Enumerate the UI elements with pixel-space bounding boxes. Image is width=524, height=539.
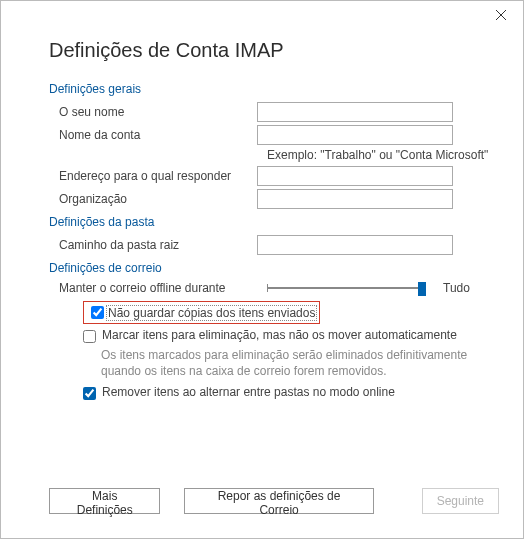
section-header-general: Definições gerais [49, 82, 499, 96]
row-organization: Organização [49, 189, 499, 209]
label-reply-to: Endereço para o qual responder [49, 169, 257, 183]
dialog-title: Definições de Conta IMAP [49, 39, 523, 62]
label-root-path: Caminho da pasta raiz [49, 238, 257, 252]
helper-mark-for-deletion: Os itens marcados para eliminação serão … [101, 347, 499, 379]
button-row: Mais Definições Repor as definições de C… [49, 488, 499, 514]
label-dont-save-sent[interactable]: Não guardar cópias dos itens enviados [107, 306, 316, 320]
label-remove-on-switch[interactable]: Remover itens ao alternar entre pastas n… [102, 385, 395, 399]
row-account-name: Nome da conta [49, 125, 499, 145]
label-account-name: Nome da conta [49, 128, 257, 142]
reset-mail-settings-button[interactable]: Repor as definições de Correio [184, 488, 373, 514]
row-keep-offline: Manter o correio offline durante Tudo [49, 281, 499, 295]
row-reply-to: Endereço para o qual responder [49, 166, 499, 186]
slider-value-text: Tudo [443, 281, 470, 295]
titlebar [1, 1, 523, 33]
row-remove-on-switch: Remover itens ao alternar entre pastas n… [83, 385, 499, 400]
input-your-name[interactable] [257, 102, 453, 122]
label-mark-for-deletion[interactable]: Marcar itens para eliminação, mas não os… [102, 328, 457, 342]
input-account-name[interactable] [257, 125, 453, 145]
section-header-mail: Definições de correio [49, 261, 499, 275]
label-your-name: O seu nome [49, 105, 257, 119]
input-root-path[interactable] [257, 235, 453, 255]
more-settings-button[interactable]: Mais Definições [49, 488, 160, 514]
row-root-path: Caminho da pasta raiz [49, 235, 499, 255]
checkbox-mark-for-deletion[interactable] [83, 330, 96, 343]
label-keep-offline: Manter o correio offline durante [49, 281, 267, 295]
checkbox-dont-save-sent[interactable] [91, 306, 104, 319]
slider-thumb[interactable] [418, 282, 426, 296]
content-area: Definições gerais O seu nome Nome da con… [1, 82, 523, 400]
account-name-example: Exemplo: "Trabalho" ou "Conta Microsoft" [267, 148, 499, 162]
highlight-dont-save-sent: Não guardar cópias dos itens enviados [83, 301, 320, 324]
input-reply-to[interactable] [257, 166, 453, 186]
slider-tick-left [267, 284, 268, 292]
slider-track-line [267, 287, 425, 289]
next-button: Seguinte [422, 488, 499, 514]
row-mark-for-deletion: Marcar itens para eliminação, mas não os… [83, 328, 499, 343]
section-header-folder: Definições da pasta [49, 215, 499, 229]
label-organization: Organização [49, 192, 257, 206]
input-organization[interactable] [257, 189, 453, 209]
imap-settings-dialog: Definições de Conta IMAP Definições gera… [0, 0, 524, 539]
row-your-name: O seu nome [49, 102, 499, 122]
close-icon [496, 10, 506, 20]
close-button[interactable] [479, 1, 523, 29]
slider-keep-offline[interactable] [267, 281, 425, 295]
checkbox-remove-on-switch[interactable] [83, 387, 96, 400]
